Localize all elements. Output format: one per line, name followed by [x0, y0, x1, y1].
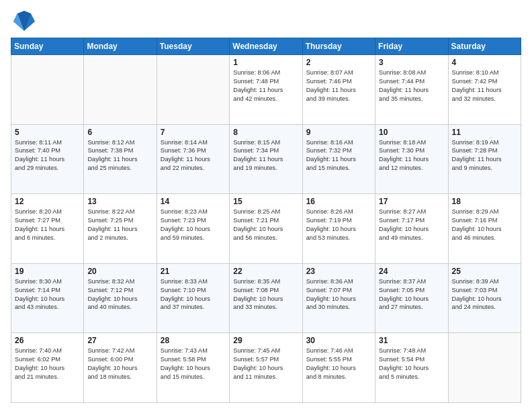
calendar-cell: 3Sunrise: 8:08 AM Sunset: 7:44 PM Daylig…: [375, 55, 448, 125]
week-row-1: 1Sunrise: 8:06 AM Sunset: 7:48 PM Daylig…: [11, 55, 521, 125]
calendar-cell: 13Sunrise: 8:22 AM Sunset: 7:25 PM Dayli…: [84, 194, 157, 264]
calendar-cell: 5Sunrise: 8:11 AM Sunset: 7:40 PM Daylig…: [11, 124, 84, 194]
day-number: 7: [161, 128, 226, 137]
day-info: Sunrise: 8:10 AM Sunset: 7:42 PM Dayligh…: [452, 68, 517, 103]
header-friday: Friday: [375, 38, 448, 55]
header-wednesday: Wednesday: [230, 38, 302, 55]
day-info: Sunrise: 7:46 AM Sunset: 5:55 PM Dayligh…: [306, 347, 371, 381]
calendar-cell: 16Sunrise: 8:26 AM Sunset: 7:19 PM Dayli…: [302, 194, 375, 264]
day-info: Sunrise: 8:27 AM Sunset: 7:17 PM Dayligh…: [379, 208, 444, 242]
page: Sunday Monday Tuesday Wednesday Thursday…: [0, 0, 532, 411]
day-number: 15: [233, 197, 298, 206]
day-info: Sunrise: 8:15 AM Sunset: 7:34 PM Dayligh…: [233, 138, 298, 173]
week-row-4: 19Sunrise: 8:30 AM Sunset: 7:14 PM Dayli…: [11, 263, 521, 333]
day-info: Sunrise: 8:11 AM Sunset: 7:40 PM Dayligh…: [15, 138, 80, 173]
day-info: Sunrise: 7:45 AM Sunset: 5:57 PM Dayligh…: [233, 347, 298, 381]
calendar-cell: 19Sunrise: 8:30 AM Sunset: 7:14 PM Dayli…: [11, 263, 84, 333]
day-info: Sunrise: 8:22 AM Sunset: 7:25 PM Dayligh…: [87, 208, 152, 242]
calendar-cell: 22Sunrise: 8:35 AM Sunset: 7:08 PM Dayli…: [230, 263, 302, 333]
day-number: 21: [161, 267, 226, 276]
day-info: Sunrise: 8:18 AM Sunset: 7:30 PM Dayligh…: [379, 138, 444, 173]
calendar-cell: 27Sunrise: 7:42 AM Sunset: 6:00 PM Dayli…: [84, 333, 157, 403]
day-number: 11: [452, 128, 517, 137]
calendar-cell: 6Sunrise: 8:12 AM Sunset: 7:38 PM Daylig…: [84, 124, 157, 194]
day-info: Sunrise: 8:07 AM Sunset: 7:46 PM Dayligh…: [306, 68, 371, 103]
day-info: Sunrise: 8:33 AM Sunset: 7:10 PM Dayligh…: [161, 277, 226, 312]
calendar-cell: 2Sunrise: 8:07 AM Sunset: 7:46 PM Daylig…: [302, 55, 375, 125]
day-number: 14: [161, 197, 226, 206]
day-number: 29: [233, 336, 298, 345]
weekday-header-row: Sunday Monday Tuesday Wednesday Thursday…: [11, 38, 521, 55]
day-info: Sunrise: 8:29 AM Sunset: 7:16 PM Dayligh…: [452, 208, 517, 242]
calendar-cell: 10Sunrise: 8:18 AM Sunset: 7:30 PM Dayli…: [375, 124, 448, 194]
calendar-cell: 24Sunrise: 8:37 AM Sunset: 7:05 PM Dayli…: [375, 263, 448, 333]
day-info: Sunrise: 8:16 AM Sunset: 7:32 PM Dayligh…: [306, 138, 371, 173]
calendar-cell: 25Sunrise: 8:39 AM Sunset: 7:03 PM Dayli…: [448, 263, 521, 333]
week-row-3: 12Sunrise: 8:20 AM Sunset: 7:27 PM Dayli…: [11, 194, 521, 264]
header: [11, 8, 521, 32]
day-number: 16: [306, 197, 371, 206]
day-number: 3: [379, 58, 444, 67]
day-number: 24: [379, 267, 444, 276]
header-tuesday: Tuesday: [157, 38, 229, 55]
logo-icon: [13, 8, 35, 32]
day-info: Sunrise: 7:42 AM Sunset: 6:00 PM Dayligh…: [87, 347, 152, 381]
day-number: 10: [379, 128, 444, 137]
day-number: 13: [87, 197, 152, 206]
calendar-cell: 8Sunrise: 8:15 AM Sunset: 7:34 PM Daylig…: [230, 124, 302, 194]
day-info: Sunrise: 8:30 AM Sunset: 7:14 PM Dayligh…: [15, 277, 80, 312]
day-number: 28: [161, 336, 226, 345]
calendar-cell: 12Sunrise: 8:20 AM Sunset: 7:27 PM Dayli…: [11, 194, 84, 264]
day-number: 27: [87, 336, 152, 345]
week-row-2: 5Sunrise: 8:11 AM Sunset: 7:40 PM Daylig…: [11, 124, 521, 194]
day-info: Sunrise: 8:12 AM Sunset: 7:38 PM Dayligh…: [87, 138, 152, 173]
header-saturday: Saturday: [448, 38, 521, 55]
day-info: Sunrise: 7:43 AM Sunset: 5:58 PM Dayligh…: [161, 347, 226, 381]
day-number: 23: [306, 267, 371, 276]
day-info: Sunrise: 8:20 AM Sunset: 7:27 PM Dayligh…: [15, 208, 80, 242]
calendar-cell: 31Sunrise: 7:48 AM Sunset: 5:54 PM Dayli…: [375, 333, 448, 403]
calendar-cell: 30Sunrise: 7:46 AM Sunset: 5:55 PM Dayli…: [302, 333, 375, 403]
week-row-5: 26Sunrise: 7:40 AM Sunset: 6:02 PM Dayli…: [11, 333, 521, 403]
day-info: Sunrise: 8:35 AM Sunset: 7:08 PM Dayligh…: [233, 277, 298, 312]
calendar-cell: 20Sunrise: 8:32 AM Sunset: 7:12 PM Dayli…: [84, 263, 157, 333]
day-info: Sunrise: 8:14 AM Sunset: 7:36 PM Dayligh…: [161, 138, 226, 173]
calendar-cell: 29Sunrise: 7:45 AM Sunset: 5:57 PM Dayli…: [230, 333, 302, 403]
day-number: 31: [379, 336, 444, 345]
calendar-cell: [11, 55, 84, 125]
calendar-cell: 4Sunrise: 8:10 AM Sunset: 7:42 PM Daylig…: [448, 55, 521, 125]
day-number: 18: [452, 197, 517, 206]
calendar-cell: [157, 55, 229, 125]
day-number: 1: [233, 58, 298, 67]
day-info: Sunrise: 8:36 AM Sunset: 7:07 PM Dayligh…: [306, 277, 371, 312]
day-info: Sunrise: 8:06 AM Sunset: 7:48 PM Dayligh…: [233, 68, 298, 103]
header-thursday: Thursday: [302, 38, 375, 55]
logo: [11, 8, 35, 32]
calendar-cell: 9Sunrise: 8:16 AM Sunset: 7:32 PM Daylig…: [302, 124, 375, 194]
day-info: Sunrise: 8:25 AM Sunset: 7:21 PM Dayligh…: [233, 208, 298, 242]
calendar-cell: [448, 333, 521, 403]
day-number: 17: [379, 197, 444, 206]
calendar-cell: 26Sunrise: 7:40 AM Sunset: 6:02 PM Dayli…: [11, 333, 84, 403]
day-info: Sunrise: 8:26 AM Sunset: 7:19 PM Dayligh…: [306, 208, 371, 242]
header-monday: Monday: [84, 38, 157, 55]
calendar-cell: 14Sunrise: 8:23 AM Sunset: 7:23 PM Dayli…: [157, 194, 229, 264]
day-number: 25: [452, 267, 517, 276]
day-number: 6: [87, 128, 152, 137]
calendar-cell: 21Sunrise: 8:33 AM Sunset: 7:10 PM Dayli…: [157, 263, 229, 333]
calendar-cell: 17Sunrise: 8:27 AM Sunset: 7:17 PM Dayli…: [375, 194, 448, 264]
day-number: 2: [306, 58, 371, 67]
day-number: 26: [15, 336, 80, 345]
day-number: 19: [15, 267, 80, 276]
day-info: Sunrise: 7:48 AM Sunset: 5:54 PM Dayligh…: [379, 347, 444, 381]
calendar-table: Sunday Monday Tuesday Wednesday Thursday…: [11, 38, 521, 403]
calendar-cell: 28Sunrise: 7:43 AM Sunset: 5:58 PM Dayli…: [157, 333, 229, 403]
day-number: 12: [15, 197, 80, 206]
calendar-cell: 23Sunrise: 8:36 AM Sunset: 7:07 PM Dayli…: [302, 263, 375, 333]
day-info: Sunrise: 8:08 AM Sunset: 7:44 PM Dayligh…: [379, 68, 444, 103]
calendar-cell: 1Sunrise: 8:06 AM Sunset: 7:48 PM Daylig…: [230, 55, 302, 125]
calendar-cell: 7Sunrise: 8:14 AM Sunset: 7:36 PM Daylig…: [157, 124, 229, 194]
day-info: Sunrise: 7:40 AM Sunset: 6:02 PM Dayligh…: [15, 347, 80, 381]
day-info: Sunrise: 8:19 AM Sunset: 7:28 PM Dayligh…: [452, 138, 517, 173]
day-info: Sunrise: 8:23 AM Sunset: 7:23 PM Dayligh…: [161, 208, 226, 242]
